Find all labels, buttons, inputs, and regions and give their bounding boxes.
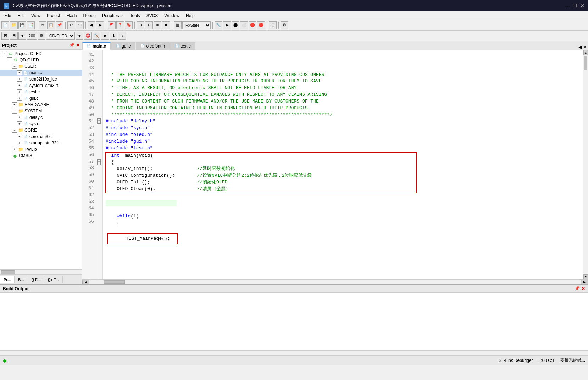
tb-cut[interactable]: ✂ [39,21,46,29]
hscroll-track[interactable] [89,280,581,284]
qd-oled-combo[interactable]: QD-OLED [46,32,75,40]
tb-open[interactable]: 📁 [10,21,18,29]
code-editor[interactable]: 41 42 43 44 45 46 47 48 49 50 51 52 53 5… [82,50,588,279]
hscroll-right[interactable]: ▶ [581,280,588,284]
tb-config[interactable]: ⚙ [281,21,288,29]
expander-core[interactable]: − [12,128,17,133]
hscroll-left[interactable]: ◀ [82,280,89,284]
expander-system[interactable]: − [12,109,17,114]
tab-testc[interactable]: 📄 test.c [170,42,195,50]
tree-file-startup[interactable]: + 📄 startup_stm32f... [0,140,82,146]
maximize-button[interactable]: ❐ [573,3,577,9]
collapse-btn-62[interactable]: − [97,159,101,165]
tb2-1[interactable]: ⊡ [1,32,9,40]
tree-fwlib-folder[interactable]: + 📁 FWLib [0,146,82,153]
rxstate-combo[interactable]: RxState [182,21,211,29]
tb-new[interactable]: 📄 [1,21,9,29]
tb-bookmark[interactable]: 🚩 [108,21,116,29]
tb2-2[interactable]: ⊞ [10,32,18,40]
tab-arrow-left[interactable]: ◀ [578,45,582,50]
menu-project[interactable]: Project [44,12,63,19]
tb-back[interactable]: ◀ [88,21,95,29]
project-hscroll[interactable] [0,269,82,274]
tb-dbg3[interactable]: 🔴 [257,21,265,29]
build-content[interactable] [0,293,588,350]
tb-fmt2[interactable]: ≣ [162,21,170,29]
build-pin-icon[interactable]: 📌 [575,286,580,291]
tree-system-folder[interactable]: − 📁 SYSTEM [0,108,82,114]
window-controls[interactable]: — ❐ ✕ [565,3,584,9]
editor-vscroll[interactable]: ▲ ▼ [583,50,588,279]
tree-file-testc[interactable]: + 📄 test.c [0,89,82,95]
menu-peripherals[interactable]: Peripherals [99,12,127,19]
tb2-5[interactable]: ⚙ [38,32,45,40]
expander-root[interactable]: − [2,51,7,56]
tree-file-systemstm32[interactable]: + 📄 system_stm32f... [0,82,82,89]
tab-guic[interactable]: 📄 gui.c [111,42,135,50]
tb-terminal[interactable]: ▥ [174,21,182,29]
tb2-compile[interactable]: ▶ [101,32,109,40]
tb-fwd[interactable]: ▶ [96,21,104,29]
hscroll-thumb-h[interactable] [104,280,125,284]
tb-undo[interactable]: ↩ [67,21,75,29]
build-close-icon[interactable]: ✕ [581,286,585,291]
close-button[interactable]: ✕ [580,3,584,9]
tb2-load[interactable]: ⬇ [110,32,117,40]
editor-hscroll[interactable]: ◀ ▶ [82,279,588,284]
panel-tab-templates[interactable]: {}+ T... [44,276,63,283]
tb-save-all[interactable]: 📑 [27,21,35,29]
minimize-button[interactable]: — [565,3,570,9]
build-hscroll[interactable] [0,350,588,355]
tab-mainc[interactable]: 📄 main.c [82,42,111,50]
menu-flash[interactable]: Flash [63,12,79,19]
expander-corecm3[interactable]: + [17,134,22,139]
vscroll-thumb[interactable] [584,56,587,70]
tb-bm2[interactable]: 📍 [116,21,124,29]
tb-run[interactable]: ▶ [223,21,231,29]
expander-delayc[interactable]: + [17,115,22,120]
expander-guic[interactable]: + [17,96,22,101]
tb2-build-target[interactable]: 🔨 [93,32,100,40]
tb2-4[interactable]: 200 [27,32,37,40]
expander-fwlib[interactable]: + [12,147,17,152]
tree-file-guic[interactable]: + 📄 gui.c [0,95,82,101]
panel-tab-project[interactable]: Pr... [0,276,15,283]
menu-file[interactable]: File [1,12,14,19]
tb-outdent[interactable]: ⇤ [145,21,153,29]
tab-close-editor[interactable]: ✕ [583,45,587,50]
expander-hardware[interactable]: + [12,102,17,107]
tree-hardware-folder[interactable]: + 📁 HARDWARE [0,101,82,108]
expander-qdoled[interactable]: − [7,57,12,62]
expander-sysc[interactable]: + [17,121,22,126]
hscroll-thumb[interactable] [1,270,15,274]
vscroll-up[interactable]: ▲ [583,50,588,55]
tb-build[interactable]: 🔧 [215,21,222,29]
menu-tools[interactable]: Tools [127,12,143,19]
tb2-start-debug[interactable]: ▷ [118,32,126,40]
menu-help[interactable]: Help [183,12,198,19]
tree-file-sysc[interactable]: + 📄 sys.c [0,121,82,127]
tree-file-stm32it[interactable]: + 📄 stm32f10x_it.c [0,76,82,82]
tb2-cfg[interactable]: ▼ [76,32,83,40]
tb-indent[interactable]: ⇥ [137,21,144,29]
collapse-btn-54[interactable]: − [97,118,101,124]
tree-project-root[interactable]: − 🗂 Project: OLED [0,50,82,57]
vscroll-down[interactable]: ▼ [583,274,588,279]
tree-user-folder[interactable]: − 📁 USER [0,63,82,70]
expander-startup[interactable]: + [17,141,22,145]
close-panel-icon[interactable]: ✕ [76,43,80,48]
expander-systemstm[interactable]: + [17,83,22,88]
tree-core-folder[interactable]: − 📁 CORE [0,127,82,133]
tree-file-corecm3[interactable]: + 📄 core_cm3.c [0,133,82,140]
tb-dbg1[interactable]: ⚪ [240,21,248,29]
tab-oledfont[interactable]: 📄 oledfont.h [136,42,170,50]
expander-user[interactable]: − [12,64,17,69]
tb-fmt1[interactable]: ≡ [154,21,161,29]
menu-debug[interactable]: Debug [81,12,99,19]
tb-stop[interactable]: ⬤ [232,21,239,29]
tb-redo[interactable]: ↪ [76,21,84,29]
code-content[interactable]: * THE PRESENT FIRMWARE WHICH IS FOR GUID… [103,50,583,279]
menu-window[interactable]: Window [161,12,182,19]
tb-copy[interactable]: 📋 [47,21,55,29]
expander-stm32it[interactable]: + [17,77,22,82]
